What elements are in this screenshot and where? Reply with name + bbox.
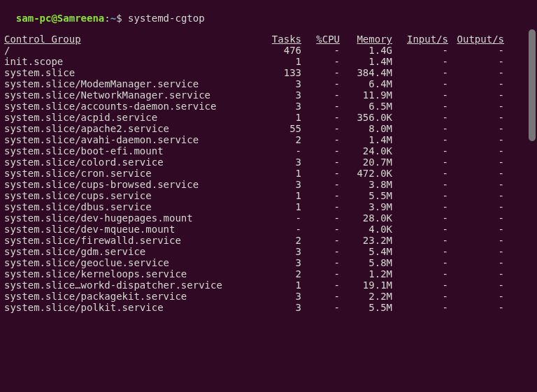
cell-input: -	[392, 101, 448, 112]
cell-cpu: -	[301, 157, 340, 168]
table-row: system.slice/gdm.service3-5.4M--	[4, 246, 533, 257]
cell-memory: 384.4M	[340, 67, 392, 78]
table-row: system.slice/colord.service3-20.7M--	[4, 157, 533, 168]
cell-memory: 1.4M	[340, 134, 392, 145]
table-row: system.slice/ModemManager.service3-6.4M-…	[4, 78, 533, 89]
cell-memory: 24.0K	[340, 145, 392, 157]
cell-control-group: system.slice/cups.service	[4, 190, 263, 201]
cell-tasks: -	[263, 145, 301, 157]
cell-output: -	[448, 190, 504, 201]
cell-memory: 3.9M	[340, 201, 392, 212]
cell-tasks: 3	[263, 257, 301, 268]
cell-control-group: system.slice/gdm.service	[4, 246, 263, 257]
cell-input: -	[392, 257, 448, 268]
cell-input: -	[392, 224, 448, 235]
table-row: system.slice/cups-browsed.service3-3.8M-…	[4, 179, 533, 190]
cell-input: -	[392, 268, 448, 280]
cell-memory: 5.8M	[340, 257, 392, 268]
scrollbar-thumb[interactable]	[529, 29, 536, 141]
cell-cpu: -	[301, 212, 340, 224]
cell-cpu: -	[301, 179, 340, 190]
cell-output: -	[448, 45, 504, 56]
cell-output: -	[448, 246, 504, 257]
cell-control-group: system.slice/dbus.service	[4, 201, 263, 212]
command-text[interactable]: systemd-cgtop	[128, 13, 205, 24]
cell-control-group: system.slice/boot-efi.mount	[4, 145, 263, 157]
cell-input: -	[392, 246, 448, 257]
cell-output: -	[448, 302, 504, 313]
cell-tasks: 1	[263, 112, 301, 123]
cell-input: -	[392, 145, 448, 157]
cell-cpu: -	[301, 78, 340, 89]
cell-output: -	[448, 212, 504, 224]
cell-tasks: 3	[263, 89, 301, 101]
cell-tasks: 2	[263, 235, 301, 246]
table-row: system.slice/packagekit.service3-2.2M--	[4, 291, 533, 302]
table-row: system.slice/dev-hugepages.mount--28.0K-…	[4, 212, 533, 224]
table-header: Control Group Tasks %CPU Memory Input/s …	[4, 34, 533, 45]
header-input: Input/s	[392, 34, 448, 45]
cell-input: -	[392, 89, 448, 101]
cell-output: -	[448, 280, 504, 291]
table-row: system.slice/dbus.service1-3.9M--	[4, 201, 533, 212]
cell-cpu: -	[301, 89, 340, 101]
blank-line	[4, 24, 533, 34]
table-row: system.slice/dev-mqueue.mount--4.0K--	[4, 224, 533, 235]
cell-input: -	[392, 179, 448, 190]
cell-memory: 2.2M	[340, 291, 392, 302]
cell-memory: 5.4M	[340, 246, 392, 257]
cell-control-group: system.slice/colord.service	[4, 157, 263, 168]
cell-control-group: init.scope	[4, 56, 263, 67]
cell-output: -	[448, 235, 504, 246]
cell-cpu: -	[301, 134, 340, 145]
cell-cpu: -	[301, 201, 340, 212]
cell-tasks: 3	[263, 78, 301, 89]
cell-control-group: system.slice/polkit.service	[4, 302, 263, 313]
cell-input: -	[392, 112, 448, 123]
cell-input: -	[392, 67, 448, 78]
cell-memory: 3.8M	[340, 179, 392, 190]
cell-control-group: system.slice/dev-mqueue.mount	[4, 224, 263, 235]
cell-control-group: system.slice/firewalld.service	[4, 235, 263, 246]
table-row: system.slice/boot-efi.mount--24.0K--	[4, 145, 533, 157]
cell-memory: 11.9M	[340, 89, 392, 101]
cell-input: -	[392, 291, 448, 302]
cell-memory: 20.7M	[340, 157, 392, 168]
cell-cpu: -	[301, 291, 340, 302]
cell-output: -	[448, 157, 504, 168]
cell-memory: 1.4G	[340, 45, 392, 56]
cell-control-group: system.slice/dev-hugepages.mount	[4, 212, 263, 224]
cell-tasks: 3	[263, 179, 301, 190]
table-row: system.slice/geoclue.service3-5.8M--	[4, 257, 533, 268]
prompt-line: sam-pc@Samreena:~$ systemd-cgtop	[4, 1, 533, 24]
cell-tasks: 1	[263, 280, 301, 291]
cell-output: -	[448, 134, 504, 145]
cell-tasks: -	[263, 224, 301, 235]
table-row: system.slice/NetworkManager.service3-11.…	[4, 89, 533, 101]
cell-cpu: -	[301, 112, 340, 123]
cell-tasks: 476	[263, 45, 301, 56]
cell-output: -	[448, 224, 504, 235]
cell-output: -	[448, 123, 504, 134]
cell-tasks: 1	[263, 190, 301, 201]
cell-control-group: system.slice/ModemManager.service	[4, 78, 263, 89]
cell-output: -	[448, 56, 504, 67]
cell-memory: 8.0M	[340, 123, 392, 134]
cell-memory: 28.0K	[340, 212, 392, 224]
cell-tasks: 3	[263, 291, 301, 302]
cell-input: -	[392, 78, 448, 89]
cell-input: -	[392, 201, 448, 212]
cell-cpu: -	[301, 67, 340, 78]
cell-tasks: 55	[263, 123, 301, 134]
cell-tasks: 133	[263, 67, 301, 78]
cell-control-group: system.slice…workd-dispatcher.service	[4, 280, 263, 291]
cell-control-group: system.slice/apache2.service	[4, 123, 263, 134]
cell-output: -	[448, 67, 504, 78]
cell-input: -	[392, 235, 448, 246]
cell-memory: 1.4M	[340, 56, 392, 67]
prompt-colon: :	[104, 13, 110, 24]
cell-tasks: 3	[263, 157, 301, 168]
cell-cpu: -	[301, 280, 340, 291]
table-row: system.slice/acpid.service1-356.0K--	[4, 112, 533, 123]
table-row: system.slice/kerneloops.service2-1.2M--	[4, 268, 533, 280]
